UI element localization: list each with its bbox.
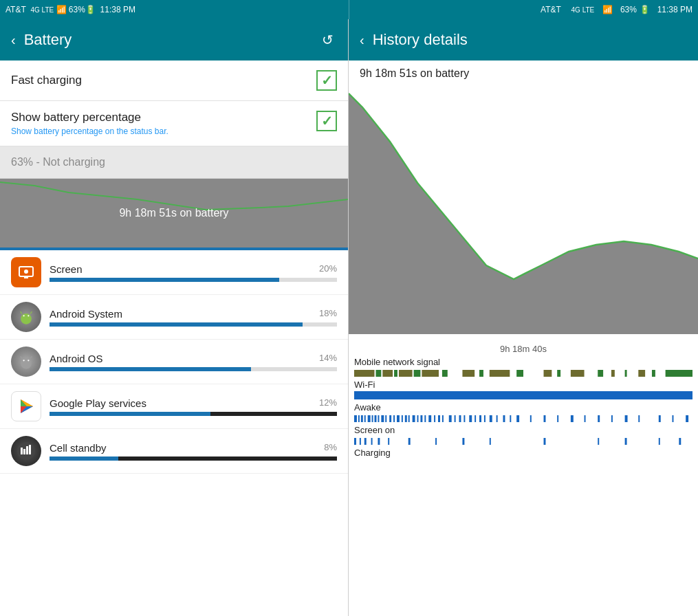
svg-rect-59 <box>397 415 400 422</box>
svg-line-8 <box>30 311 32 314</box>
svg-rect-67 <box>428 415 431 422</box>
svg-rect-68 <box>434 415 435 422</box>
svg-rect-107 <box>598 438 599 445</box>
screen-row: Screen on <box>354 425 692 445</box>
svg-rect-69 <box>438 415 440 422</box>
svg-rect-40 <box>571 370 585 377</box>
svg-rect-102 <box>408 438 411 445</box>
svg-rect-97 <box>360 438 361 445</box>
screen-on-label: Screen on <box>354 425 692 435</box>
android-os-icon <box>11 346 41 377</box>
svg-point-10 <box>23 360 25 361</box>
screen-name: Screen <box>50 263 83 275</box>
right-panel: ‹ History details 9h 18m 51s on battery … <box>349 19 698 616</box>
svg-rect-91 <box>625 415 628 422</box>
svg-rect-70 <box>442 415 444 422</box>
svg-rect-23 <box>29 445 31 454</box>
svg-rect-89 <box>598 415 600 422</box>
cell-name: Cell standby <box>50 442 107 454</box>
svg-rect-103 <box>435 438 437 445</box>
back-button-left[interactable]: ‹ <box>11 32 16 48</box>
android-system-fill <box>50 322 303 327</box>
show-pct-sublabel: Show battery percentage on the status ba… <box>11 126 168 136</box>
fast-charging-checkbox[interactable]: ✓ <box>316 70 337 91</box>
svg-rect-41 <box>598 370 603 377</box>
svg-rect-72 <box>455 415 456 422</box>
battery-right: 63% <box>620 5 637 14</box>
mobile-signal-bar <box>354 368 692 377</box>
screen-progress <box>50 278 337 282</box>
main-content: ‹ Battery ↺ Fast charging ✓ Show battery… <box>0 19 698 616</box>
show-pct-checkbox[interactable]: ✓ <box>316 111 337 131</box>
carrier-right: AT&T <box>541 5 561 14</box>
play-progress <box>50 412 337 416</box>
svg-rect-100 <box>378 438 380 445</box>
svg-rect-87 <box>571 415 574 422</box>
svg-rect-95 <box>686 415 688 422</box>
svg-rect-58 <box>393 415 395 422</box>
awake-bar <box>354 414 692 422</box>
back-button-right[interactable]: ‹ <box>360 32 364 48</box>
svg-rect-84 <box>530 415 532 422</box>
svg-rect-77 <box>479 415 481 422</box>
play-info: Google Play services 12% <box>50 397 337 416</box>
usage-item-cell[interactable]: Cell standby 8% <box>0 429 348 474</box>
svg-rect-73 <box>459 415 461 422</box>
svg-rect-71 <box>449 415 452 422</box>
usage-item-screen[interactable]: Screen 20% <box>0 250 348 295</box>
svg-rect-57 <box>389 415 391 422</box>
svg-rect-62 <box>408 415 410 422</box>
wifi-row: Wi-Fi <box>354 380 692 399</box>
svg-line-13 <box>30 356 32 358</box>
svg-point-2 <box>24 270 28 274</box>
svg-rect-53 <box>375 415 377 422</box>
svg-rect-31 <box>414 370 421 377</box>
svg-point-4 <box>21 314 32 324</box>
android-system-icon <box>11 302 41 332</box>
android-system-info: Android System 18% <box>50 308 337 327</box>
svg-rect-92 <box>638 415 640 422</box>
fast-charging-setting[interactable]: Fast charging ✓ <box>0 60 348 101</box>
battery-left: 63% <box>69 5 85 14</box>
fast-charging-label: Fast charging <box>11 74 82 87</box>
svg-rect-99 <box>371 438 373 445</box>
usage-item-play[interactable]: Google Play services 12% <box>0 384 348 429</box>
charging-bar <box>354 459 692 468</box>
cell-fill-dark <box>118 456 337 461</box>
cell-progress <box>50 456 337 461</box>
screen-fill <box>50 278 279 282</box>
svg-rect-35 <box>479 370 483 377</box>
android-os-progress <box>50 367 337 371</box>
awake-row: Awake <box>354 402 692 422</box>
screen-info: Screen 20% <box>50 263 337 282</box>
show-pct-setting[interactable]: Show battery percentage Show battery per… <box>0 101 348 146</box>
svg-rect-36 <box>490 370 510 377</box>
svg-rect-66 <box>424 415 426 422</box>
usage-item-android-system[interactable]: Android System 18% <box>0 295 348 340</box>
svg-rect-52 <box>372 415 373 422</box>
carrier-left: AT&T <box>6 5 26 14</box>
svg-rect-22 <box>26 446 28 454</box>
svg-rect-49 <box>361 415 363 422</box>
cell-info: Cell standby 8% <box>50 442 337 461</box>
usage-item-android-os[interactable]: Android OS 14% <box>0 340 348 384</box>
svg-rect-80 <box>497 415 498 422</box>
svg-rect-51 <box>368 415 371 422</box>
mobile-signal-row: Mobile network signal <box>354 357 692 377</box>
refresh-icon[interactable]: ↺ <box>318 30 337 50</box>
android-os-fill-blue <box>50 367 251 371</box>
svg-rect-29 <box>394 370 397 377</box>
play-services-icon <box>11 391 41 421</box>
signal-right: 📶 <box>602 5 613 14</box>
svg-rect-44 <box>638 370 645 377</box>
svg-rect-79 <box>490 415 492 422</box>
svg-rect-63 <box>413 415 415 422</box>
network-left: 4G LTE <box>30 6 54 14</box>
wifi-label: Wi-Fi <box>354 380 692 390</box>
svg-rect-104 <box>462 438 464 445</box>
svg-point-6 <box>28 315 29 316</box>
mobile-signal-label: Mobile network signal <box>354 357 692 367</box>
history-chart <box>349 87 698 341</box>
svg-rect-93 <box>659 415 661 422</box>
play-name: Google Play services <box>50 397 146 409</box>
